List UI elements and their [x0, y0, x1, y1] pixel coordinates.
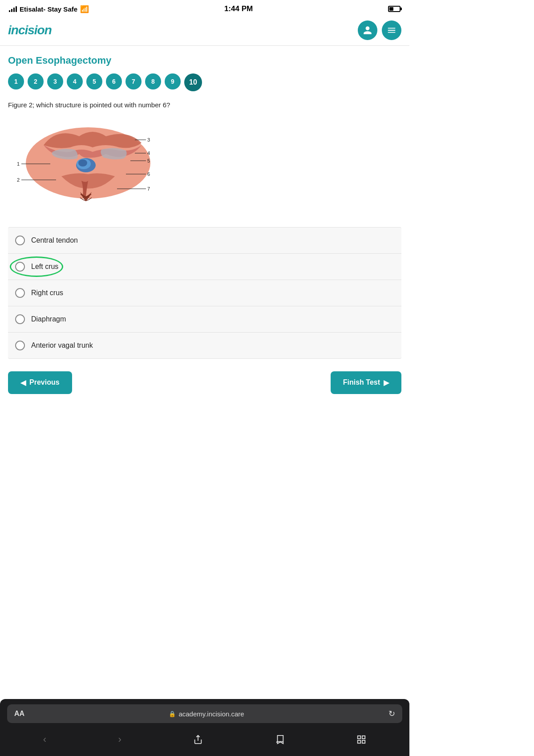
signal-icon — [9, 6, 17, 12]
q-num-4[interactable]: 4 — [67, 73, 83, 89]
finish-test-button[interactable]: Finish Test ▶ — [331, 371, 401, 394]
options-list: Central tendon Left crus Right crus Diap… — [8, 227, 401, 359]
browser-share-button[interactable] — [186, 732, 210, 747]
option-left-crus[interactable]: Left crus — [8, 254, 401, 280]
user-icon — [363, 25, 372, 35]
menu-button[interactable] — [382, 20, 401, 40]
browser-forward-button[interactable]: › — [111, 731, 129, 748]
question-text: Figure 2; which structure is pointed out… — [8, 100, 401, 110]
option-label-right-crus: Right crus — [31, 289, 63, 297]
user-button[interactable] — [358, 20, 377, 40]
finish-arrow-icon: ▶ — [384, 378, 389, 387]
option-anterior-vagal-trunk[interactable]: Anterior vagal trunk — [8, 333, 401, 359]
previous-arrow-icon: ◀ — [20, 378, 26, 387]
browser-back-button[interactable]: ‹ — [36, 731, 53, 748]
browser-navigation: ‹ › — [7, 729, 402, 752]
q-num-7[interactable]: 7 — [125, 73, 142, 89]
svg-rect-20 — [362, 736, 365, 739]
option-label-central-tendon: Central tendon — [31, 236, 78, 244]
carrier-label: Etisalat- Stay Safe — [20, 5, 77, 13]
option-label-left-crus: Left crus — [31, 263, 58, 271]
q-num-5[interactable]: 5 — [86, 73, 102, 89]
status-bar: Etisalat- Stay Safe 📶 1:44 PM — [0, 0, 409, 17]
svg-rect-21 — [358, 740, 360, 743]
share-icon — [193, 735, 203, 744]
lock-icon: 🔒 — [169, 711, 176, 717]
svg-text:4: 4 — [147, 150, 150, 156]
anatomy-diagram: 1 2 3 4 5 6 — [8, 118, 159, 216]
app-logo: incision — [8, 23, 52, 37]
q-num-8[interactable]: 8 — [145, 73, 161, 89]
svg-text:3: 3 — [147, 137, 150, 142]
svg-text:7: 7 — [147, 186, 150, 191]
anatomy-image-container: 1 2 3 4 5 6 — [8, 118, 401, 216]
tabs-icon — [356, 735, 366, 744]
browser-bookmarks-button[interactable] — [268, 732, 292, 747]
radio-right-crus — [15, 288, 25, 298]
status-left: Etisalat- Stay Safe 📶 — [9, 5, 89, 13]
bookmarks-icon — [275, 735, 285, 744]
radio-anterior-vagal-trunk — [15, 341, 25, 350]
battery-icon — [388, 6, 400, 12]
svg-rect-22 — [362, 740, 365, 743]
nav-buttons: ◀ Previous Finish Test ▶ — [8, 371, 401, 403]
radio-diaphragm — [15, 314, 25, 324]
header-icons — [358, 20, 401, 40]
previous-button-label: Previous — [29, 378, 60, 386]
finish-test-label: Finish Test — [343, 378, 380, 386]
radio-central-tendon — [15, 236, 25, 245]
svg-point-3 — [78, 159, 87, 167]
page-title: Open Esophagectomy — [8, 55, 401, 66]
status-time: 1:44 PM — [224, 4, 253, 13]
radio-left-crus — [15, 262, 25, 272]
main-content: Open Esophagectomy 1 2 3 4 5 6 7 8 9 10 … — [0, 46, 409, 412]
browser-tabs-button[interactable] — [349, 732, 373, 747]
question-numbers: 1 2 3 4 5 6 7 8 9 10 — [8, 73, 401, 91]
url-bar[interactable]: AA 🔒 academy.incision.care ↻ — [7, 704, 402, 723]
svg-text:1: 1 — [17, 161, 20, 167]
header: incision — [0, 17, 409, 46]
refresh-icon[interactable]: ↻ — [388, 709, 395, 719]
font-size-button[interactable]: AA — [14, 710, 24, 718]
previous-button[interactable]: ◀ Previous — [8, 371, 72, 394]
option-right-crus[interactable]: Right crus — [8, 280, 401, 306]
q-num-1[interactable]: 1 — [8, 73, 24, 89]
q-num-9[interactable]: 9 — [165, 73, 181, 89]
browser-bar: AA 🔒 academy.incision.care ↻ ‹ › — [0, 699, 409, 756]
url-text-label: academy.incision.care — [178, 710, 244, 718]
menu-icon — [387, 25, 396, 35]
q-num-2[interactable]: 2 — [28, 73, 44, 89]
anatomy-svg: 1 2 3 4 5 6 — [8, 118, 159, 216]
svg-text:2: 2 — [17, 177, 20, 183]
option-label-diaphragm: Diaphragm — [31, 315, 66, 323]
q-num-10[interactable]: 10 — [184, 73, 202, 91]
option-central-tendon[interactable]: Central tendon — [8, 227, 401, 254]
wifi-icon: 📶 — [80, 5, 89, 13]
url-display[interactable]: 🔒 academy.incision.care — [29, 710, 384, 718]
svg-rect-19 — [358, 736, 360, 739]
svg-text:6: 6 — [147, 171, 150, 177]
option-label-anterior-vagal-trunk: Anterior vagal trunk — [31, 341, 93, 350]
svg-text:5: 5 — [147, 158, 150, 163]
option-diaphragm[interactable]: Diaphragm — [8, 306, 401, 333]
q-num-3[interactable]: 3 — [47, 73, 63, 89]
q-num-6[interactable]: 6 — [106, 73, 122, 89]
